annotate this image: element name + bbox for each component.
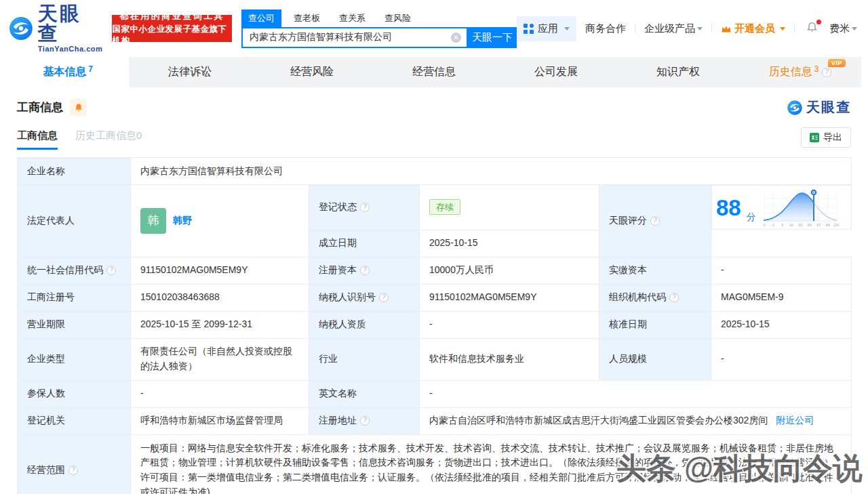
svg-text:100: 100 [833, 223, 839, 227]
search-tabs: 查公司 查老板 查关系 查风险 [241, 9, 517, 27]
staff-size-label: 人员规模 [599, 338, 711, 380]
clear-search-icon[interactable]: ✕ [451, 33, 461, 43]
logo-domain: TianYanCha.com [38, 45, 103, 53]
notification-dot [816, 20, 821, 24]
subscribe-bell-button[interactable] [70, 99, 87, 116]
open-vip-label: 开通会员 [734, 22, 775, 35]
company-type-value: 有限责任公司（非自然人投资或控股的法人独资） [131, 338, 309, 380]
legal-rep-link[interactable]: 韩野 [173, 213, 192, 228]
score-distribution-chart: 0151050859799100 [762, 187, 839, 228]
help-icon[interactable]: ? [669, 293, 679, 302]
top-header: 天眼查 TianYanCha.com 都在用的商业查询工具 国家中小企业发展子基… [0, 0, 868, 57]
help-icon[interactable]: ? [379, 293, 389, 302]
divider [711, 24, 712, 33]
tab-label: 基本信息 [43, 65, 86, 79]
username: 费米 [829, 22, 850, 34]
enterprise-products-link[interactable]: 企业级产品 [644, 22, 703, 35]
logo-title: 天眼查 [38, 4, 103, 43]
svg-text:85: 85 [807, 223, 811, 227]
reg-address-cell: 内蒙古自治区呼和浩特市新城区成吉思汗大街鸿盛工业园区管委会办公楼302房间附近公… [420, 407, 852, 434]
org-code-value: MAG0M5EM-9 [711, 284, 852, 311]
taxpayer-id-value: 91150102MAG0M5EM9Y [420, 284, 599, 311]
svg-text:0: 0 [763, 223, 765, 227]
business-term-value: 2025-10-15 至 2099-12-31 [131, 311, 309, 338]
avatar: 韩 [140, 208, 166, 234]
search-area: 查公司 查老板 查关系 查风险 内蒙古东方国信智算科技有限公司 ✕ 天眼一下 [241, 9, 517, 48]
english-name-value: - [420, 380, 852, 407]
help-icon[interactable]: ? [360, 416, 370, 426]
tab-basic-info[interactable]: 基本信息 7 [7, 57, 129, 87]
reg-address-label: 注册地址? [309, 407, 420, 434]
reg-number-value: 150102038463688 [131, 284, 309, 311]
tianyancha-logo-icon [787, 100, 803, 116]
insured-count-label: 参保人数 [18, 380, 131, 407]
help-icon[interactable]: ? [360, 266, 370, 275]
apps-label: 应用 [538, 22, 558, 35]
help-icon[interactable]: ? [106, 266, 116, 275]
tianyancha-brand-mark: 天眼查 [787, 98, 851, 117]
reg-authority-value: 呼和浩特市新城区市场监督管理局 [131, 407, 309, 434]
search-tab-risk[interactable]: 查风险 [378, 9, 418, 27]
excel-icon [810, 133, 819, 142]
tab-label: 经营风险 [290, 65, 334, 79]
status-badge: 存续 [429, 199, 460, 215]
tab-intellectual-property[interactable]: 知识产权 [617, 57, 739, 87]
industry-value: 软件和信息技术服务业 [420, 338, 599, 380]
help-icon[interactable]: ? [822, 68, 831, 77]
tab-label: 知识产权 [656, 65, 700, 79]
tab-legal-proceedings[interactable]: 法律诉讼 [129, 57, 251, 87]
search-tab-boss[interactable]: 查老板 [287, 9, 327, 27]
label-text: 注册资本 [319, 263, 357, 278]
score-unit: 分 [747, 210, 756, 228]
table-row: 统一社会信用代码? 91150102MAG0M5EM9Y 注册资本? 10000… [18, 257, 852, 284]
open-vip-link[interactable]: 开通会员 [721, 22, 785, 35]
tab-count: 7 [88, 64, 93, 74]
uscc-value: 91150102MAG0M5EM9Y [131, 257, 309, 284]
enterprise-products-label: 企业级产品 [644, 22, 695, 34]
table-row: 参保人数 - 英文名称 - [18, 380, 852, 407]
reg-status-label: 登记状态? [309, 185, 420, 230]
table-row: 登记机关 呼和浩特市新城区市场监督管理局 注册地址? 内蒙古自治区呼和浩特市新城… [18, 407, 852, 434]
svg-text:10: 10 [789, 223, 793, 227]
business-term-label: 营业期限 [18, 311, 131, 338]
label-text: 组织机构代码 [609, 290, 666, 305]
tab-history-info[interactable]: VIP 历史信息 3 ? [739, 57, 861, 87]
tab-company-development[interactable]: 公司发展 [495, 57, 617, 87]
chevron-down-icon [697, 27, 703, 30]
company-name-label: 企业名称 [18, 158, 131, 185]
company-nav-tabs: 基本信息 7 法律诉讼 经营风险 经营信息 公司发展 知识产权 VIP 历史信息… [7, 57, 861, 87]
search-button[interactable]: 天眼一下 [468, 27, 517, 48]
business-info-table: 企业名称 内蒙古东方国信智算科技有限公司 法定代表人 韩 韩野 登记状态? 存续… [17, 157, 852, 494]
help-icon[interactable]: ? [360, 203, 370, 212]
taxpayer-id-label: 纳税人识别号? [309, 284, 420, 311]
search-input[interactable]: 内蒙古东方国信智算科技有限公司 ✕ [241, 27, 468, 48]
label-text: 经营范围 [27, 463, 65, 478]
tab-label: 法律诉讼 [168, 65, 212, 79]
export-button[interactable]: 导出 [801, 127, 851, 148]
label-text: 纳税人识别号 [319, 290, 376, 305]
vip-crown-icon [721, 24, 732, 33]
tab-operating-risk[interactable]: 经营风险 [251, 57, 373, 87]
taxpayer-quality-value: - [420, 311, 599, 338]
apps-menu[interactable]: 应用 [517, 16, 576, 41]
search-tab-relation[interactable]: 查关系 [332, 9, 372, 27]
subtab-business-info[interactable]: 工商信息 [17, 129, 58, 150]
industry-label: 行业 [309, 338, 420, 380]
business-cooperation-link[interactable]: 商务合作 [585, 22, 626, 35]
help-icon[interactable]: ? [650, 216, 660, 226]
divider [794, 24, 795, 33]
english-name-label: 英文名称 [309, 380, 420, 407]
user-menu[interactable]: 费米 [829, 22, 857, 35]
table-row: 经营范围? 一般项目：网络与信息安全软件开发；标准化服务；技术服务、技术开发、技… [18, 434, 852, 494]
tab-operating-info[interactable]: 经营信息 [373, 57, 495, 87]
promo-banner: 都在用的商业查询工具 国家中小企业发展子基金旗下机构 [112, 15, 232, 42]
help-icon[interactable]: ? [68, 466, 78, 475]
nearby-companies-link[interactable]: 附近公司 [776, 415, 814, 426]
tianyancha-logo[interactable]: 天眼查 TianYanCha.com [8, 4, 102, 53]
subtab-history-business-info[interactable]: 历史工商信息0 [75, 129, 142, 150]
search-tab-company[interactable]: 查公司 [241, 9, 281, 27]
est-date-label: 成立日期 [309, 230, 420, 257]
search-input-value: 内蒙古东方国信智算科技有限公司 [250, 31, 451, 43]
score-axis-ticks: 0151050859799100 [763, 223, 839, 227]
notification-bell[interactable] [804, 20, 821, 37]
